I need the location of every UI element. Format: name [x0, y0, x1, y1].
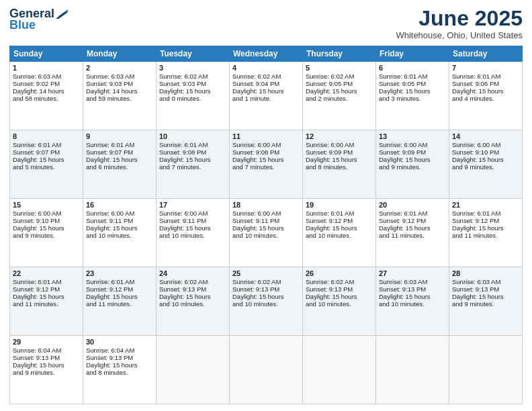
day-info: and 5 minutes.	[13, 163, 80, 171]
day-info: Sunset: 9:05 PM	[306, 80, 373, 87]
day-info: Daylight: 15 hours	[159, 293, 226, 300]
day-info: and 8 minutes.	[306, 163, 373, 171]
day-info: Daylight: 15 hours	[86, 293, 153, 300]
day-info: Sunrise: 6:01 AM	[379, 210, 446, 217]
header: General Blue June 2025 Whitehouse, Ohio,…	[9, 7, 523, 40]
day-info: Sunrise: 6:00 AM	[159, 210, 226, 217]
day-number: 22	[13, 269, 80, 277]
day-info: and 6 minutes.	[86, 163, 153, 171]
day-info: Daylight: 15 hours	[306, 87, 373, 95]
calendar-cell	[230, 336, 303, 404]
day-number: 1	[13, 64, 80, 72]
day-info: Sunrise: 6:00 AM	[86, 210, 153, 217]
day-info: Daylight: 15 hours	[232, 224, 300, 232]
header-row: Sunday Monday Tuesday Wednesday Thursday…	[10, 46, 523, 62]
calendar-table: Sunday Monday Tuesday Wednesday Thursday…	[9, 46, 523, 404]
day-info: and 10 minutes.	[306, 300, 373, 308]
day-info: Daylight: 15 hours	[452, 156, 519, 163]
day-info: Sunset: 9:09 PM	[379, 148, 446, 156]
location: Whitehouse, Ohio, United States	[396, 30, 523, 40]
day-info: and 9 minutes.	[13, 369, 80, 376]
day-info: and 7 minutes.	[159, 163, 226, 171]
calendar-cell: 8Sunrise: 6:01 AMSunset: 9:07 PMDaylight…	[10, 130, 83, 199]
day-info: Sunset: 9:13 PM	[86, 354, 153, 361]
day-number: 27	[379, 269, 446, 277]
day-info: and 11 minutes.	[452, 232, 519, 239]
day-info: Sunrise: 6:01 AM	[379, 73, 446, 80]
day-number: 7	[452, 64, 519, 72]
day-info: Sunrise: 6:02 AM	[232, 278, 300, 285]
day-info: Sunrise: 6:01 AM	[159, 141, 226, 148]
day-number: 24	[159, 269, 226, 277]
col-wednesday: Wednesday	[230, 46, 303, 62]
calendar-cell: 13Sunrise: 6:00 AMSunset: 9:09 PMDayligh…	[376, 130, 449, 199]
day-number: 11	[232, 132, 300, 140]
day-info: Daylight: 15 hours	[86, 361, 153, 369]
day-info: Sunset: 9:07 PM	[86, 148, 153, 156]
day-info: and 8 minutes.	[86, 369, 153, 376]
day-info: Daylight: 15 hours	[159, 87, 226, 95]
day-info: and 3 minutes.	[379, 95, 446, 102]
day-info: Sunrise: 6:02 AM	[232, 73, 300, 80]
day-number: 26	[306, 269, 373, 277]
calendar-cell: 3Sunrise: 6:02 AMSunset: 9:03 PMDaylight…	[157, 62, 230, 130]
day-info: Sunrise: 6:03 AM	[86, 73, 153, 80]
day-info: and 10 minutes.	[232, 300, 300, 308]
day-number: 5	[306, 64, 373, 72]
day-info: Daylight: 15 hours	[232, 293, 300, 300]
day-info: Daylight: 15 hours	[379, 293, 446, 300]
day-info: Daylight: 15 hours	[379, 224, 446, 232]
calendar-cell: 23Sunrise: 6:01 AMSunset: 9:12 PMDayligh…	[83, 267, 157, 336]
day-info: Daylight: 15 hours	[13, 224, 80, 232]
day-info: and 11 minutes.	[86, 300, 153, 308]
day-info: Sunrise: 6:01 AM	[452, 210, 519, 217]
calendar-cell: 10Sunrise: 6:01 AMSunset: 9:08 PMDayligh…	[157, 130, 230, 199]
month-title: June 2025	[396, 7, 523, 30]
day-info: Daylight: 15 hours	[159, 156, 226, 163]
day-info: Daylight: 15 hours	[232, 87, 300, 95]
day-info: Sunset: 9:10 PM	[452, 148, 519, 156]
day-info: Sunrise: 6:03 AM	[452, 278, 519, 285]
calendar-cell	[157, 336, 230, 404]
day-number: 13	[379, 132, 446, 140]
calendar-cell	[449, 336, 523, 404]
day-info: Sunrise: 6:01 AM	[306, 210, 373, 217]
day-info: Sunrise: 6:02 AM	[159, 278, 226, 285]
day-info: Daylight: 14 hours	[86, 87, 153, 95]
day-info: Sunset: 9:03 PM	[159, 80, 226, 87]
calendar-cell: 5Sunrise: 6:02 AMSunset: 9:05 PMDaylight…	[303, 62, 376, 130]
day-info: Sunset: 9:12 PM	[86, 285, 153, 293]
day-info: Sunrise: 6:02 AM	[306, 278, 373, 285]
day-info: Sunset: 9:05 PM	[379, 80, 446, 87]
calendar-cell: 21Sunrise: 6:01 AMSunset: 9:12 PMDayligh…	[449, 199, 523, 267]
table-row: 8Sunrise: 6:01 AMSunset: 9:07 PMDaylight…	[10, 130, 523, 199]
day-info: Sunrise: 6:03 AM	[13, 73, 80, 80]
day-info: and 9 minutes.	[13, 232, 80, 239]
table-row: 29Sunrise: 6:04 AMSunset: 9:13 PMDayligh…	[10, 336, 523, 404]
day-info: and 10 minutes.	[306, 232, 373, 239]
calendar-cell: 12Sunrise: 6:00 AMSunset: 9:09 PMDayligh…	[303, 130, 376, 199]
day-info: Sunrise: 6:01 AM	[13, 278, 80, 285]
day-info: Sunset: 9:13 PM	[306, 285, 373, 293]
day-number: 18	[232, 201, 300, 209]
day-info: Sunset: 9:12 PM	[306, 217, 373, 224]
day-info: Sunrise: 6:03 AM	[379, 278, 446, 285]
day-number: 30	[86, 338, 153, 346]
logo-blue: Blue	[9, 18, 36, 32]
calendar-cell: 1Sunrise: 6:03 AMSunset: 9:02 PMDaylight…	[10, 62, 83, 130]
day-number: 19	[306, 201, 373, 209]
calendar-cell: 14Sunrise: 6:00 AMSunset: 9:10 PMDayligh…	[449, 130, 523, 199]
day-info: Sunset: 9:11 PM	[159, 217, 226, 224]
day-info: Sunset: 9:08 PM	[159, 148, 226, 156]
day-info: Sunrise: 6:01 AM	[13, 141, 80, 148]
day-info: Daylight: 15 hours	[306, 156, 373, 163]
col-saturday: Saturday	[449, 46, 523, 62]
day-info: Sunrise: 6:02 AM	[159, 73, 226, 80]
calendar-cell	[376, 336, 449, 404]
col-friday: Friday	[376, 46, 449, 62]
day-info: Sunset: 9:12 PM	[379, 217, 446, 224]
day-info: and 9 minutes.	[452, 300, 519, 308]
day-number: 6	[379, 64, 446, 72]
day-info: Daylight: 15 hours	[13, 361, 80, 369]
calendar-cell: 30Sunrise: 6:04 AMSunset: 9:13 PMDayligh…	[83, 336, 157, 404]
